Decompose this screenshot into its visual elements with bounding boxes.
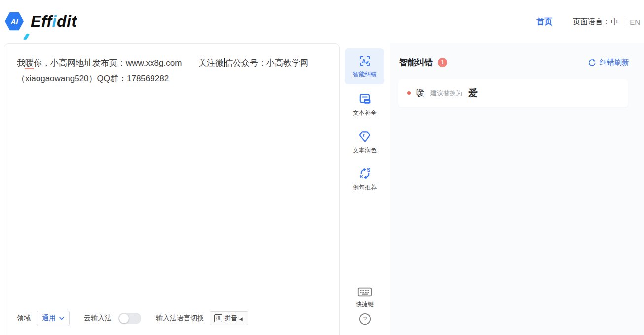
editor-line-1: 我嗳你，小高网地址发布页：www.xx8g.com 关注微信公众号：小高教学网 [17,55,322,71]
chevron-down-icon [59,317,64,320]
editor-text-segment: 我 [17,58,25,68]
suggested-word[interactable]: 爱 [468,87,478,100]
top-header: AI Effidit 首页 页面语言： 中 EN [0,0,644,43]
tool-smart-correct[interactable]: A 智能纠错 [345,48,384,84]
cloud-ime-toggle[interactable] [118,313,141,324]
svg-text:A: A [361,58,365,64]
correction-panel-header: 智能纠错 1 纠错刷新 [399,56,629,68]
correction-count-badge: 1 [438,58,447,67]
sentence-recommend-cycle-icon: S K [358,167,372,181]
shortcut-keys-button[interactable]: 快捷键 [340,286,390,309]
tool-text-complete[interactable]: 文本补全 [340,92,390,117]
tool-label: 文本润色 [353,146,377,155]
refresh-button-label: 纠错刷新 [600,58,629,67]
editor-text-segment: 你，小高网地址发布页：www.xx8g.com 关注微 [34,58,224,68]
domain-select-dropdown[interactable]: 通用 [37,311,70,326]
editor-bottom-toolbar: 领域 通用 云输入法 输入法语言切换 拼 拼音 [17,310,248,327]
nav-home-link[interactable]: 首页 [536,17,552,27]
svg-text:S: S [367,168,370,173]
logo-wordmark: Effidit [31,12,77,31]
tool-label: 智能纠错 [353,70,377,79]
editor-textarea[interactable]: 我嗳你，小高网地址发布页：www.xx8g.com 关注微信公众号：小高教学网 … [17,55,322,86]
svg-text:K: K [360,174,363,179]
correction-panel: 智能纠错 1 纠错刷新 嗳 建议替换为 爱 [390,43,644,335]
suggestion-hint: 建议替换为 [430,89,462,98]
wrong-word: 嗳 [416,87,424,99]
tool-label: 文本补全 [353,109,377,117]
logo-part2: dit [57,12,77,30]
ime-switch-label: 输入法语言切换 [156,314,204,323]
text-polish-gem-icon [358,129,372,144]
panel-title: 智能纠错 [399,57,433,68]
svg-text:?: ? [363,315,367,323]
misspelled-word[interactable]: 嗳 [25,58,34,69]
correction-item[interactable]: 嗳 建议替换为 爱 [398,79,628,107]
help-question-icon: ? [358,312,372,326]
logo-accent-mark [23,34,30,40]
logo-cyan-i: i [52,12,57,30]
editor-line-2: （xiaogaowang520）QQ群：178569282 [17,71,322,86]
tool-text-polish[interactable]: 文本润色 [340,129,390,155]
pinyin-button-label: 拼音 [225,314,237,323]
correction-dot-icon [407,91,411,95]
shortcut-keys-label: 快捷键 [356,300,374,309]
toggle-knob [119,314,129,323]
language-zh-option[interactable]: 中 [611,17,618,27]
pinyin-dropdown-arrow-icon [239,317,244,322]
ai-hexagon-label: AI [11,17,18,26]
refresh-corrections-button[interactable]: 纠错刷新 [588,58,629,67]
cloud-ime-label: 云输入法 [84,314,112,323]
ai-hexagon-icon: AI [5,12,24,31]
tool-sentence-recommend[interactable]: S K 例句推荐 [340,167,390,192]
language-divider [624,18,624,26]
editor-card: 我嗳你，小高网地址发布页：www.xx8g.com 关注微信公众号：小高教学网 … [4,43,340,335]
editor-text-segment: 信公众号：小高教学网 [225,58,308,68]
smart-correct-scan-icon: A [358,54,372,68]
pinyin-badge-icon: 拼 [214,314,222,322]
language-en-option[interactable]: EN [630,18,640,26]
domain-label: 领域 [17,314,31,323]
domain-selected-value: 通用 [42,314,56,323]
logo-part1: Eff [31,12,52,30]
keyboard-icon [357,286,373,298]
refresh-icon [588,58,596,67]
pinyin-ime-button[interactable]: 拼 拼音 [210,311,248,325]
effidit-logo: AI Effidit [5,12,77,31]
tools-sidebar: A 智能纠错 文本补全 文本润色 S K 例句推荐 [340,43,390,335]
tool-label: 例句推荐 [353,183,377,192]
text-complete-doc-icon [358,92,372,106]
help-button[interactable]: ? [340,312,390,326]
page-language-label: 页面语言： [573,17,610,27]
